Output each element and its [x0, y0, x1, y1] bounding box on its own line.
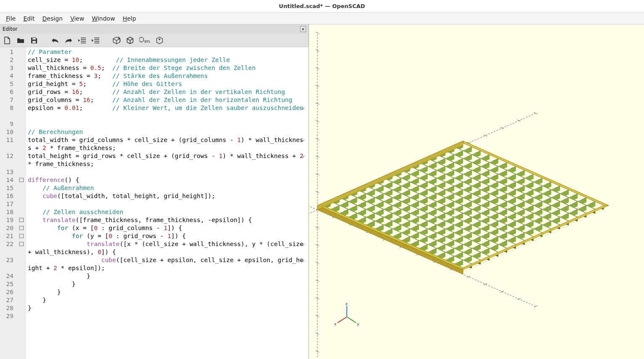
line-number: 3: [1, 64, 24, 72]
window-titlebar: Untitled.scad* — OpenSCAD: [0, 0, 644, 13]
save-file-button[interactable]: [29, 36, 39, 45]
send-button[interactable]: [155, 36, 164, 45]
code-line[interactable]: translate([x * (cell_size + wall_thickne…: [28, 240, 307, 256]
editor-panel-header: Editor ✕: [0, 24, 309, 34]
svg-line-1874: [347, 317, 356, 323]
line-number: 2: [1, 56, 24, 64]
line-number: 16: [1, 192, 24, 200]
wrap-indicator-icon: ↵: [301, 136, 304, 144]
line-number: 22−: [1, 240, 24, 256]
viewer-3d[interactable]: z x y: [309, 24, 644, 359]
undo-button[interactable]: [51, 36, 60, 45]
line-number: 10: [1, 128, 24, 136]
code-line[interactable]: }: [28, 288, 307, 296]
code-editor[interactable]: 1234567891011121314−1516171819−20−21−22−…: [0, 47, 309, 359]
line-number: 24: [1, 272, 24, 280]
code-line[interactable]: total_height = grid_rows * cell_size + (…: [28, 152, 307, 168]
fold-icon[interactable]: −: [19, 242, 24, 246]
render-button[interactable]: [125, 36, 135, 45]
menu-edit[interactable]: Edit: [20, 13, 38, 24]
line-number: 23: [1, 256, 24, 272]
code-line[interactable]: translate([frame_thickness, frame_thickn…: [28, 216, 307, 224]
code-line[interactable]: [28, 168, 307, 176]
code-line[interactable]: }: [28, 272, 307, 280]
line-number: 6: [1, 88, 24, 96]
line-number: 13: [1, 168, 24, 176]
code-line[interactable]: }: [28, 296, 307, 304]
code-line[interactable]: // Parameter: [28, 48, 307, 56]
code-line[interactable]: wall_thickness = 0.5; // Breite der Steg…: [28, 64, 307, 72]
menubar: FileEditDesignViewWindowHelp: [0, 13, 644, 24]
code-line[interactable]: difference() {: [28, 176, 307, 184]
svg-rect-1: [32, 38, 36, 40]
code-line[interactable]: }: [28, 304, 307, 312]
redo-button[interactable]: [64, 36, 73, 45]
fold-icon[interactable]: −: [19, 218, 24, 222]
line-number: 26: [1, 288, 24, 296]
line-number-gutter: 1234567891011121314−1516171819−20−21−22−…: [0, 47, 26, 359]
code-line[interactable]: for (y = [0 : grid_rows - 1]) {: [28, 232, 307, 240]
preview-button[interactable]: [112, 36, 121, 45]
unindent-button[interactable]: [77, 36, 87, 45]
code-line[interactable]: frame_thickness = 3; // Stärke des Außen…: [28, 72, 307, 80]
code-line[interactable]: grid_columns = 16; // Anzahl der Zellen …: [28, 96, 307, 104]
redo-icon: [65, 38, 72, 43]
code-line[interactable]: cube([total_width, total_height, grid_he…: [28, 192, 307, 200]
menu-view[interactable]: View: [67, 13, 88, 24]
menu-window[interactable]: Window: [88, 13, 118, 24]
save-file-icon: [31, 37, 37, 44]
line-number: 5: [1, 80, 24, 88]
axis-x-label: x: [334, 322, 337, 326]
indent-icon: [92, 38, 99, 43]
line-number: 20−: [1, 224, 24, 232]
line-number: 11: [1, 136, 24, 152]
code-line[interactable]: cell_size = 10; // Innenabmessungen jede…: [28, 56, 307, 64]
svg-line-1873: [338, 317, 347, 323]
menu-help[interactable]: Help: [119, 13, 139, 24]
open-file-button[interactable]: [16, 36, 25, 45]
close-icon: ✕: [301, 27, 305, 32]
code-line[interactable]: // Zellen ausschneiden: [28, 208, 307, 216]
editor-panel-title: Editor: [3, 26, 18, 32]
code-line[interactable]: [28, 312, 307, 320]
export-stl-button[interactable]: STL: [139, 36, 151, 45]
axis-y-label: y: [357, 322, 359, 326]
code-line[interactable]: }: [28, 280, 307, 288]
fold-icon[interactable]: −: [19, 178, 24, 182]
code-line[interactable]: [28, 120, 307, 128]
line-number: 1: [1, 48, 24, 56]
send-icon: [156, 37, 163, 44]
code-line[interactable]: [28, 200, 307, 208]
line-number: 4: [1, 72, 24, 80]
editor-close-button[interactable]: ✕: [300, 26, 306, 32]
code-line[interactable]: // Berechnungen: [28, 128, 307, 136]
undo-icon: [51, 38, 59, 43]
code-line[interactable]: for (x = [0 : grid_columns - 1]) {: [28, 224, 307, 232]
fold-icon[interactable]: −: [19, 226, 24, 230]
line-number: 14−: [1, 176, 24, 184]
code-line[interactable]: epsilon = 0.01; // Kleiner Wert, um die …: [28, 104, 307, 120]
axis-z-label: z: [346, 302, 348, 306]
line-number: 25: [1, 280, 24, 288]
wrap-indicator-icon: ↵: [301, 240, 304, 248]
code-line[interactable]: // Außenrahmen: [28, 184, 307, 192]
line-number: 21−: [1, 232, 24, 240]
fold-icon[interactable]: −: [19, 234, 24, 238]
code-text-area[interactable]: // Parametercell_size = 10; // Innenabme…: [26, 47, 309, 359]
line-number: 29: [1, 312, 24, 320]
menu-file[interactable]: File: [3, 13, 19, 24]
code-line[interactable]: total_width = grid_columns * cell_size +…: [28, 136, 307, 152]
line-number: 27: [1, 296, 24, 304]
new-file-icon: [4, 37, 11, 44]
code-line[interactable]: cube([cell_size + epsilon, cell_size + e…: [28, 256, 307, 272]
code-line[interactable]: grid_height = 5; // Höhe des Gitters: [28, 80, 307, 88]
new-file-button[interactable]: [3, 36, 12, 45]
indent-button[interactable]: [91, 36, 100, 45]
editor-pane: Editor ✕: [0, 24, 309, 359]
wrap-indicator-icon: ↵: [301, 152, 304, 160]
line-number: 12: [1, 152, 24, 168]
wrap-indicator-icon: ↵: [301, 104, 304, 112]
render-icon: [126, 37, 134, 44]
menu-design[interactable]: Design: [39, 13, 66, 24]
code-line[interactable]: grid_rows = 16; // Anzahl der Zellen in …: [28, 88, 307, 96]
